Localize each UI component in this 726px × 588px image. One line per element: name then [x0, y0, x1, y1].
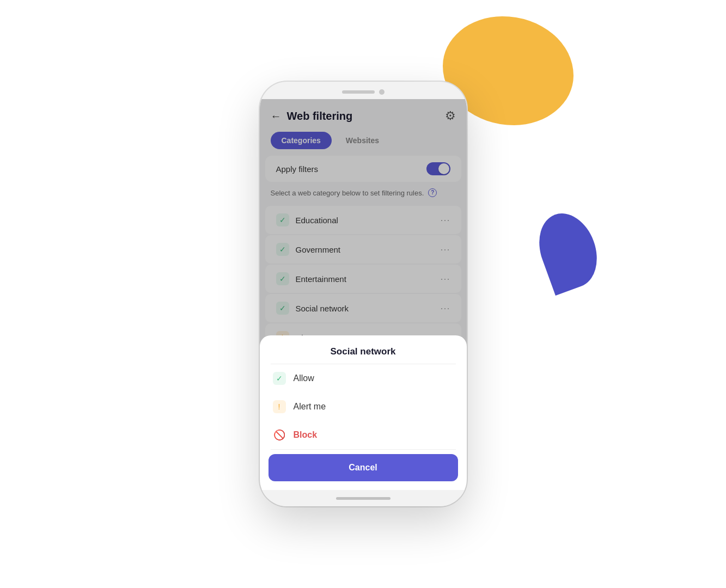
allow-check-icon: ✓	[273, 372, 286, 385]
bottom-sheet: Social network ✓ Allow ! Alert me 🚫	[260, 335, 467, 490]
phone: ← Web filtering ⚙ Categories Websites Ap…	[260, 82, 467, 506]
sheet-option-alertme[interactable]: ! Alert me	[260, 393, 467, 421]
sheet-title: Social network	[260, 335, 467, 364]
phone-notch-bar	[260, 82, 467, 99]
notch-bar	[342, 90, 375, 94]
phone-bottom-bar	[260, 490, 467, 506]
notch-camera	[379, 89, 385, 95]
block-label: Block	[294, 430, 318, 440]
home-indicator	[336, 497, 391, 500]
sheet-divider-2	[271, 449, 456, 450]
sheet-option-allow[interactable]: ✓ Allow	[260, 364, 467, 393]
cancel-button[interactable]: Cancel	[269, 454, 458, 481]
block-icon: 🚫	[273, 428, 286, 442]
bg-blob-blue	[529, 205, 607, 296]
bottom-sheet-overlay[interactable]: Social network ✓ Allow ! Alert me 🚫	[260, 99, 467, 490]
allow-label: Allow	[294, 373, 314, 383]
alertme-label: Alert me	[294, 402, 326, 412]
phone-screen: ← Web filtering ⚙ Categories Websites Ap…	[260, 99, 467, 490]
phone-wrapper: ← Web filtering ⚙ Categories Websites Ap…	[260, 82, 467, 506]
alertme-icon: !	[273, 400, 286, 413]
sheet-option-block[interactable]: 🚫 Block	[260, 421, 467, 449]
